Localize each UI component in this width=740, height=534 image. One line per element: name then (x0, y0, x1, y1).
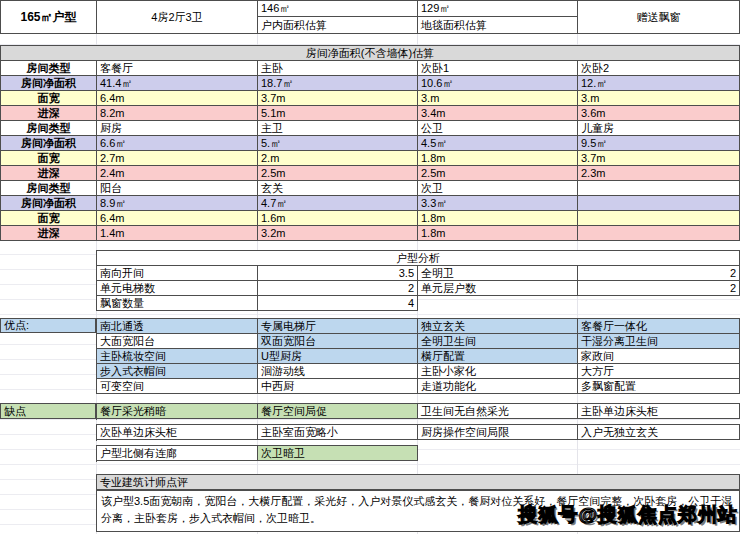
indoor-area-value: 146㎡ (258, 1, 417, 17)
floorplan-spec-sheet: 165㎡户型 4房2厅3卫 146㎡ 户内面积估算 129㎡ 地毯面积估算 赠送… (0, 0, 740, 534)
table-row: 可变空间 中西厨 走道功能化 多飘窗配置 (97, 379, 740, 394)
room-type-cell: 次卫 (418, 181, 578, 196)
review-title: 专业建筑计师点评 (96, 474, 740, 490)
row-label-width: 面宽 (1, 91, 97, 106)
table-row: 房间类型 客餐厅 主卧 次卧1 次卧2 (1, 61, 740, 76)
table-row: 面宽 6.4m 3.7m 3.m 3.m (1, 91, 740, 106)
analysis-label: 飘窗数量 (97, 296, 258, 311)
row-label-type: 房间类型 (1, 181, 97, 196)
depth-cell: 2.4m (97, 166, 258, 181)
pro-item: 南北通透 (97, 319, 258, 334)
analysis-label: 单元电梯数 (97, 281, 258, 296)
bonus-feature: 赠送飘窗 (578, 1, 740, 34)
pro-item: 步入式衣帽间 (97, 364, 258, 379)
room-type-cell: 阳台 (97, 181, 258, 196)
analysis-label: 南向开间 (97, 266, 258, 281)
row-label-width: 面宽 (1, 151, 97, 166)
room-type-cell: 次卧1 (418, 61, 578, 76)
con-item: 卫生间无自然采光 (418, 404, 578, 419)
row-label-depth: 进深 (1, 166, 97, 181)
table-row: 房间净面积 6.6㎡ 5.㎡ 4.5㎡ 9.5㎡ (1, 136, 740, 151)
table-row: 进深 2.4m 2.5m 2.5m 2.3m (1, 166, 740, 181)
sohu-watermark: 搜狐号@搜狐焦点郑州站 (518, 502, 738, 528)
area-table-title: 房间净面积(不含墙体)估算 (1, 46, 740, 61)
pro-item: 干湿分离卫生间 (578, 334, 740, 349)
header-band: 165㎡户型 4房2厅3卫 146㎡ 户内面积估算 129㎡ 地毯面积估算 赠送… (0, 0, 740, 34)
row-label-type: 房间类型 (1, 61, 97, 76)
net-area-cell: 8.9㎡ (97, 196, 258, 211)
pro-item: 客餐厅一体化 (578, 319, 740, 334)
width-cell: 3.m (418, 91, 578, 106)
row-label-net-area: 房间净面积 (1, 196, 97, 211)
depth-cell (578, 226, 740, 241)
net-area-cell: 5.㎡ (258, 136, 418, 151)
pro-item: 主卧梳妆空间 (97, 349, 258, 364)
analysis-label: 单元层户数 (418, 281, 578, 296)
table-row: 进深 8.2m 5.1m 3.4m 3.6m (1, 106, 740, 121)
pros-label: 优点: (0, 318, 96, 333)
unit-title: 165㎡户型 (1, 1, 97, 34)
indoor-area-cell: 146㎡ 户内面积估算 (258, 1, 418, 34)
indoor-area-label: 户内面积估算 (258, 17, 417, 33)
cons-label: 缺点 (0, 403, 96, 419)
width-cell: 1.8m (418, 151, 578, 166)
con-item: 户型北侧有连廊 (97, 446, 258, 461)
empty-cell (578, 296, 740, 311)
width-cell: 6.4m (97, 91, 258, 106)
con-item: 次卧单边床头柜 (97, 425, 258, 440)
width-cell: 2.7m (97, 151, 258, 166)
depth-cell: 1.4m (97, 226, 258, 241)
row-label-net-area: 房间净面积 (1, 136, 97, 151)
area-table: 房间净面积(不含墙体)估算 房间类型 客餐厅 主卧 次卧1 次卧2 房间净面积 … (0, 45, 740, 241)
pro-item: U型厨房 (258, 349, 418, 364)
analysis-value: 2 (578, 281, 740, 296)
net-area-cell: 9.5㎡ (578, 136, 740, 151)
net-area-cell: 18.7㎡ (258, 76, 418, 91)
width-cell (578, 211, 740, 226)
depth-cell: 8.2m (97, 106, 258, 121)
pro-item: 洄游动线 (258, 364, 418, 379)
pro-item: 全明卫生间 (418, 334, 578, 349)
table-row: 南北通透 专属电梯厅 独立玄关 客餐厅一体化 (97, 319, 740, 334)
net-area-cell: 12.㎡ (578, 76, 740, 91)
table-row: 步入式衣帽间 洄游动线 主卧小家化 大方厅 (97, 364, 740, 379)
table-row: 房间类型 阳台 玄关 次卫 (1, 181, 740, 196)
width-cell: 2.m (258, 151, 418, 166)
table-row: 次卧单边床头柜 主卧室面宽略小 厨房操作空间局限 入户无独立玄关 (96, 424, 740, 441)
table-row: 大面宽阳台 双面宽阳台 全明卫生间 干湿分离卫生间 (97, 334, 740, 349)
width-cell: 1.6m (258, 211, 418, 226)
width-cell: 3.7m (578, 151, 740, 166)
con-item: 入户无独立玄关 (578, 425, 740, 440)
empty-cell (418, 296, 578, 311)
table-row: 面宽 2.7m 2.m 1.8m 3.7m (1, 151, 740, 166)
pro-item: 大方厅 (578, 364, 740, 379)
pro-item: 主卧小家化 (418, 364, 578, 379)
pro-item: 中西厨 (258, 379, 418, 394)
net-area-cell (578, 196, 740, 211)
analysis-value: 3.5 (258, 266, 418, 281)
pro-item: 大面宽阳台 (97, 334, 258, 349)
net-area-cell: 4.5㎡ (418, 136, 578, 151)
table-row: 房间净面积 8.9㎡ 4.7㎡ 3.3㎡ (1, 196, 740, 211)
table-row: 进深 1.4m 3.2m 1.8m (1, 226, 740, 241)
room-type-cell: 主卫 (258, 121, 418, 136)
depth-cell: 2.3m (578, 166, 740, 181)
room-type-cell: 次卧2 (578, 61, 740, 76)
table-row: 餐厅采光稍暗 餐厅空间局促 卫生间无自然采光 主卧单边床头柜 (96, 403, 740, 420)
width-cell: 1.8m (418, 211, 578, 226)
pro-item: 多飘窗配置 (578, 379, 740, 394)
width-cell: 3.7m (258, 91, 418, 106)
table-row: 飘窗数量 4 (97, 296, 740, 311)
analysis-value: 2 (258, 281, 418, 296)
room-type-cell: 厨房 (97, 121, 258, 136)
row-label-type: 房间类型 (1, 121, 97, 136)
row-label-depth: 进深 (1, 226, 97, 241)
pro-item: 双面宽阳台 (258, 334, 418, 349)
row-label-net-area: 房间净面积 (1, 76, 97, 91)
pro-item: 横厅配置 (418, 349, 578, 364)
depth-cell: 1.8m (418, 226, 578, 241)
analysis-title: 户型分析 (97, 251, 740, 266)
depth-cell: 5.1m (258, 106, 418, 121)
room-type-cell: 客餐厅 (97, 61, 258, 76)
net-area-cell: 4.7㎡ (258, 196, 418, 211)
